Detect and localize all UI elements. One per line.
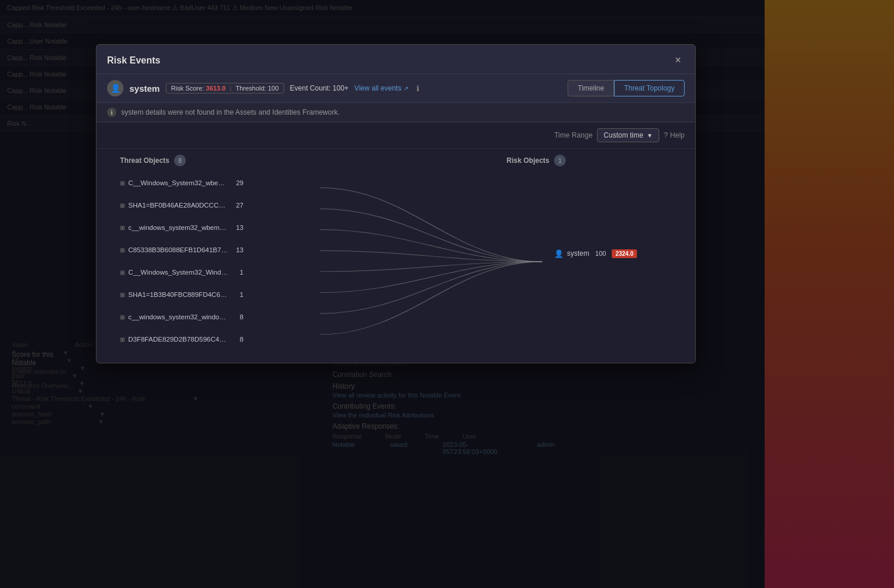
process-icon: ⊞ bbox=[120, 180, 125, 186]
threat-name: D3F8FADE829D2B78D596C4504A6DAE ... bbox=[128, 336, 228, 343]
event-count: Event Count: 100+ bbox=[290, 84, 349, 92]
threat-name: C__Windows_System32_wbem_WMIC ... bbox=[128, 179, 228, 186]
risk-name: system bbox=[567, 249, 589, 258]
threat-item-5[interactable]: ⊞ SHA1=1B3B40FBC889FD4C645CC12C8 ... 1 bbox=[120, 284, 320, 305]
threat-count: 8 bbox=[232, 336, 243, 343]
time-range-label: Time Range bbox=[554, 131, 592, 139]
threat-item-2[interactable]: ⊞ c__windows_system32_wbem_wmipr ... 13 bbox=[120, 217, 320, 238]
modal-header: Risk Events × bbox=[96, 45, 695, 74]
threat-column: ⊞ C__Windows_System32_wbem_WMIC ... 29 ⊞… bbox=[120, 172, 320, 351]
risk-score-value: 3613.0 bbox=[206, 85, 226, 92]
threat-name: C__Windows_System32_WindowsPow ... bbox=[128, 269, 228, 276]
threat-item-0[interactable]: ⊞ C__Windows_System32_wbem_WMIC ... 29 bbox=[120, 172, 320, 193]
threat-topology-tab[interactable]: Threat Topology bbox=[614, 80, 685, 96]
threat-item-4[interactable]: ⊞ C__Windows_System32_WindowsPow ... 1 bbox=[120, 262, 320, 283]
close-button[interactable]: × bbox=[671, 53, 685, 68]
threat-count-badge: 8 bbox=[174, 155, 186, 166]
threat-name: C85338B3B6088EFB1D641B76FC7583 ... bbox=[128, 246, 228, 253]
info-bar: ℹ system details were not found in the A… bbox=[96, 103, 695, 122]
process-icon: ⊞ bbox=[120, 202, 125, 209]
connections-column bbox=[320, 172, 542, 351]
modal-body: Time Range Custom time ▼ ? Help Threat O… bbox=[96, 122, 695, 363]
chevron-down-icon: ▼ bbox=[647, 132, 653, 139]
threat-count: 8 bbox=[232, 313, 243, 320]
question-icon: ? bbox=[664, 131, 668, 139]
threat-item-7[interactable]: ⊞ D3F8FADE829D2B78D596C4504A6DAE ... 8 bbox=[120, 329, 320, 350]
threat-objects-header: Threat Objects bbox=[120, 156, 169, 165]
threat-item-1[interactable]: ⊞ SHA1=BF0B46AE28A0DCCC62CF1F3C3 ... 27 bbox=[120, 195, 320, 216]
tab-buttons: Timeline Threat Topology bbox=[568, 80, 685, 96]
time-range-bar: Time Range Custom time ▼ ? Help bbox=[96, 122, 695, 149]
threat-count: 29 bbox=[232, 179, 243, 186]
process-icon: ⊞ bbox=[120, 247, 125, 253]
modal-subheader: 👤 system Risk Score: 3613.0 | Threshold:… bbox=[96, 74, 695, 103]
threat-name: SHA1=1B3B40FBC889FD4C645CC12C8 ... bbox=[128, 291, 228, 298]
timeline-tab[interactable]: Timeline bbox=[568, 80, 614, 96]
process-icon: ⊞ bbox=[120, 269, 125, 276]
threat-count: 1 bbox=[232, 269, 243, 276]
info-message: system details were not found in the Ass… bbox=[121, 108, 340, 116]
threat-count: 1 bbox=[232, 291, 243, 298]
risk-events-modal: Risk Events × 👤 system Risk Score: 3613.… bbox=[96, 44, 696, 363]
info-icon[interactable]: ℹ bbox=[416, 84, 419, 93]
help-button[interactable]: ? Help bbox=[664, 131, 685, 139]
username: system bbox=[129, 83, 160, 93]
threat-item-3[interactable]: ⊞ C85338B3B6088EFB1D641B76FC7583 ... 13 bbox=[120, 239, 320, 260]
user-icon: 👤 bbox=[554, 249, 563, 258]
avatar: 👤 bbox=[107, 80, 124, 96]
view-all-events-link[interactable]: View all events ↗ bbox=[355, 84, 408, 92]
risk-item-0[interactable]: 👤 system 100 2324.0 bbox=[554, 243, 672, 264]
process-icon: ⊞ bbox=[120, 225, 125, 231]
process-icon: ⊞ bbox=[120, 292, 125, 298]
risk-score-num: 100 bbox=[595, 250, 606, 257]
process-icon: ⊞ bbox=[120, 314, 125, 320]
risk-column: 👤 system 100 2324.0 bbox=[542, 172, 672, 351]
threat-count: 13 bbox=[232, 224, 243, 231]
process-icon: ⊞ bbox=[120, 336, 125, 343]
user-info: 👤 system Risk Score: 3613.0 | Threshold:… bbox=[107, 80, 419, 96]
threat-name: c__windows_system32_wbem_wmipr ... bbox=[128, 224, 228, 231]
risk-count-badge: 1 bbox=[554, 155, 566, 166]
threat-count: 13 bbox=[232, 246, 243, 253]
time-range-select[interactable]: Custom time ▼ bbox=[597, 128, 659, 142]
threat-name: c__windows_system32_windowspow ... bbox=[128, 313, 228, 320]
threat-item-6[interactable]: ⊞ c__windows_system32_windowspow ... 8 bbox=[120, 306, 320, 328]
modal-title: Risk Events bbox=[107, 55, 161, 66]
info-circle-icon: ℹ bbox=[107, 108, 116, 117]
risk-score-badge: Risk Score: 3613.0 | Threshold: 100 bbox=[166, 83, 284, 93]
threat-items: ⊞ C__Windows_System32_wbem_WMIC ... 29 ⊞… bbox=[120, 172, 320, 350]
risk-badge-red: 2324.0 bbox=[612, 249, 637, 258]
connection-lines bbox=[320, 172, 542, 351]
risk-objects-header: Risk Objects bbox=[506, 156, 549, 165]
risk-items: 👤 system 100 2324.0 bbox=[554, 243, 672, 264]
threat-count: 27 bbox=[232, 202, 243, 209]
threat-name: SHA1=BF0B46AE28A0DCCC62CF1F3C3 ... bbox=[128, 202, 228, 209]
column-headers: Threat Objects 8 Risk Objects 1 bbox=[96, 149, 695, 166]
topology-area: ⊞ C__Windows_System32_wbem_WMIC ... 29 ⊞… bbox=[96, 166, 695, 363]
